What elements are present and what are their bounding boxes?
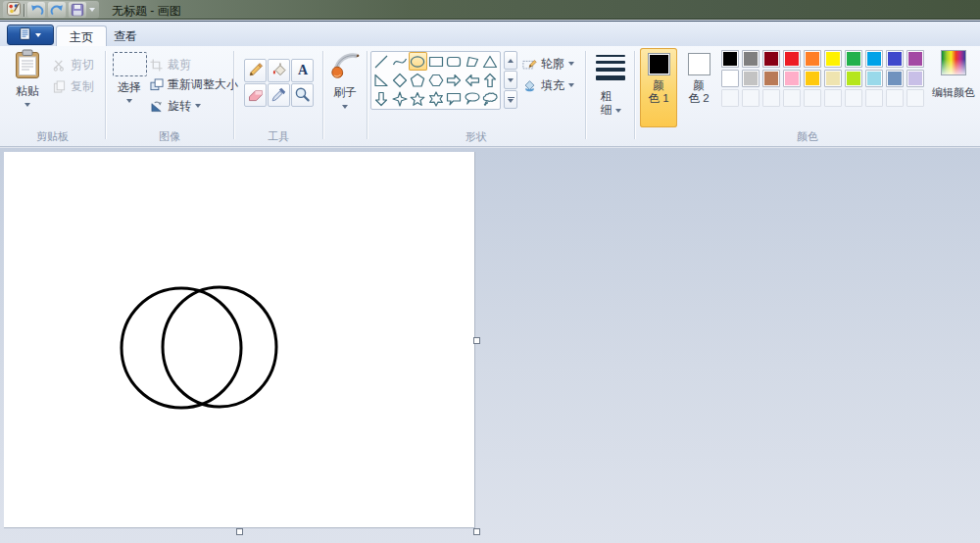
shape-star-4[interactable] (391, 90, 410, 109)
palette-empty-slot[interactable] (906, 89, 924, 107)
palette-color-22b14c[interactable] (845, 50, 862, 68)
shape-line[interactable] (372, 52, 391, 71)
shape-ellipse[interactable] (409, 52, 427, 71)
crop-label: 裁剪 (168, 57, 191, 74)
text-tool-button[interactable]: A (291, 59, 314, 82)
canvas-resize-handle-corner[interactable] (473, 528, 480, 535)
menu-button[interactable] (7, 25, 54, 45)
fill-tool-button[interactable] (268, 59, 290, 82)
palette-color-b5e61d[interactable] (845, 70, 862, 87)
palette-empty-slot[interactable] (824, 89, 842, 107)
tab-home[interactable]: 主页 (56, 25, 107, 47)
magnifier-tool-button[interactable] (291, 83, 314, 107)
group-shapes: 轮廓 填充 形状 (368, 46, 585, 146)
shape-rectangle[interactable] (427, 52, 446, 71)
palette-color-fff200[interactable] (824, 50, 842, 68)
clipboard-group-label: 剪贴板 (0, 129, 105, 144)
shapes-more-button[interactable] (504, 90, 517, 109)
palette-empty-slot[interactable] (721, 89, 739, 107)
palette-color-efe4b0[interactable] (824, 70, 842, 87)
color-picker-tool-button[interactable] (268, 83, 290, 107)
edit-colors-rainbow-icon (941, 50, 966, 75)
shape-pentagon[interactable] (409, 71, 427, 89)
shape-star-5[interactable] (409, 90, 427, 109)
palette-color-a349a4[interactable] (906, 50, 924, 68)
canvas-resize-handle-bottom[interactable] (236, 528, 243, 535)
drawing-canvas[interactable] (4, 152, 475, 528)
shape-callout-oval[interactable] (464, 90, 482, 109)
group-size: 粗 细 (586, 46, 634, 146)
tab-view[interactable]: 查看 (101, 25, 150, 47)
shape-arrow-down[interactable] (372, 90, 391, 109)
shapes-scroll-down-button[interactable] (504, 71, 517, 89)
palette-color-ff7f27[interactable] (804, 50, 821, 68)
cut-label: 剪切 (71, 57, 94, 74)
menu-document-icon (20, 27, 30, 43)
palette-empty-slot[interactable] (865, 89, 883, 107)
palette-color-ffaec9[interactable] (783, 70, 801, 87)
save-button[interactable] (69, 2, 86, 18)
palette-empty-slot[interactable] (886, 89, 904, 107)
palette-color-c8bfe7[interactable] (906, 70, 924, 87)
color1-button[interactable]: 颜 色 1 (640, 48, 677, 127)
color2-button[interactable]: 颜 色 2 (680, 48, 717, 127)
palette-color-c3c3c3[interactable] (742, 70, 760, 87)
cut-button[interactable]: 剪切 (52, 55, 94, 74)
palette-color-3f48cc[interactable] (886, 50, 904, 68)
ribbon: 粘贴 剪切 复制 剪贴板 选择 裁剪 重新调整大小 旋转 (0, 46, 980, 147)
palette-empty-slot[interactable] (804, 89, 821, 107)
shape-rounded-rectangle[interactable] (445, 52, 464, 71)
palette-color-00a2e8[interactable] (865, 50, 883, 68)
shape-arrow-up[interactable] (481, 71, 500, 89)
shape-callout-rectangle[interactable] (445, 90, 464, 109)
select-button[interactable]: 选择 (110, 49, 149, 103)
palette-color-000000[interactable] (721, 50, 739, 68)
palette-color-7f7f7f[interactable] (742, 50, 760, 68)
shape-triangle[interactable] (481, 52, 500, 71)
shape-arrow-right[interactable] (445, 71, 464, 89)
redo-button[interactable] (48, 2, 66, 18)
brushes-button[interactable]: 刷子 (325, 49, 365, 109)
undo-button[interactable] (27, 2, 45, 18)
fill-dropdown-icon (568, 83, 574, 87)
eraser-icon (247, 86, 265, 105)
shape-polygon[interactable] (464, 52, 482, 71)
palette-color-ffc90e[interactable] (804, 70, 821, 87)
canvas-resize-handle-right[interactable] (473, 337, 480, 344)
palette-color-ed1c24[interactable] (783, 50, 801, 68)
shape-arrow-left[interactable] (464, 71, 482, 89)
outline-button[interactable]: 轮廓 (522, 54, 574, 74)
palette-empty-slot[interactable] (783, 89, 801, 107)
palette-color-880015[interactable] (762, 50, 780, 68)
palette-color-7092be[interactable] (886, 70, 904, 87)
shape-star-6[interactable] (427, 90, 446, 109)
rotate-button[interactable]: 旋转 (149, 96, 201, 116)
resize-button[interactable]: 重新调整大小 (149, 74, 238, 94)
shape-right-triangle[interactable] (372, 71, 391, 89)
canvas-drawing (4, 152, 475, 528)
shape-curve[interactable] (391, 52, 410, 71)
shapes-scroll-up-button[interactable] (504, 51, 517, 70)
palette-color-ffffff[interactable] (721, 70, 739, 87)
edit-colors-button[interactable]: 编辑颜色 (928, 50, 979, 100)
crop-button[interactable]: 裁剪 (149, 55, 191, 74)
fill-icon (270, 62, 288, 80)
size-label: 粗 细 (601, 89, 612, 117)
palette-empty-slot[interactable] (845, 89, 862, 107)
shape-diamond[interactable] (391, 71, 410, 89)
palette-empty-slot[interactable] (762, 89, 780, 107)
qat-customize-dropdown[interactable] (89, 8, 95, 12)
eraser-tool-button[interactable] (244, 83, 267, 107)
paste-button[interactable]: 粘贴 (7, 49, 48, 107)
shape-hexagon[interactable] (427, 71, 446, 89)
pencil-tool-button[interactable] (244, 59, 267, 82)
shape-callout-cloud[interactable] (481, 90, 500, 109)
palette-color-b97a57[interactable] (762, 70, 780, 87)
select-label: 选择 (118, 79, 141, 96)
color1-label: 颜 色 1 (648, 79, 668, 105)
copy-button[interactable]: 复制 (52, 76, 94, 96)
palette-color-99d9ea[interactable] (865, 70, 883, 87)
size-button[interactable]: 粗 细 (590, 49, 631, 117)
fill-button[interactable]: 填充 (522, 75, 574, 95)
palette-empty-slot[interactable] (742, 89, 760, 107)
